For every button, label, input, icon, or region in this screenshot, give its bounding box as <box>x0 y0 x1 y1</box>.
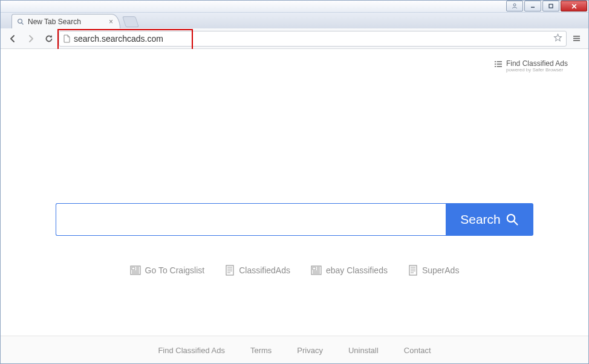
search-button[interactable]: Search <box>446 203 533 236</box>
new-tab-button[interactable] <box>122 16 139 27</box>
svg-rect-39 <box>409 265 417 275</box>
browser-toolbar: search.searchcads.com <box>1 28 588 49</box>
search-area: Search <box>1 203 588 236</box>
bookmark-star-icon[interactable] <box>553 33 562 44</box>
forward-button[interactable] <box>22 30 39 47</box>
svg-rect-26 <box>226 265 233 275</box>
search-input[interactable] <box>56 203 446 236</box>
tab-active[interactable]: New Tab Search × <box>11 14 120 28</box>
svg-line-6 <box>22 22 24 24</box>
quicklink-label: ClassifiedAds <box>239 265 290 275</box>
svg-rect-19 <box>132 267 135 270</box>
close-button[interactable] <box>561 1 587 11</box>
svg-rect-32 <box>313 267 316 270</box>
quicklink-craigslist[interactable]: Go To Craigslist <box>130 265 205 276</box>
footer-link-privacy[interactable]: Privacy <box>297 346 323 355</box>
svg-point-10 <box>495 61 496 62</box>
svg-rect-2 <box>549 4 553 8</box>
back-button[interactable] <box>4 30 21 47</box>
url-text: search.searchcads.com <box>74 34 163 44</box>
tab-strip: New Tab Search × <box>1 13 588 28</box>
document-icon <box>408 265 418 276</box>
page-icon <box>63 34 70 43</box>
svg-point-12 <box>495 63 496 65</box>
quicklink-classifiedads[interactable]: ClassifiedAds <box>225 265 290 276</box>
newspaper-icon <box>130 265 141 275</box>
footer: Find Classified Ads Terms Privacy Uninst… <box>1 336 588 364</box>
reload-button[interactable] <box>41 30 57 47</box>
search-icon <box>17 18 24 25</box>
hamburger-menu-icon[interactable] <box>568 30 585 47</box>
tab-title: New Tab Search <box>28 18 81 26</box>
footer-link-contact[interactable]: Contact <box>404 346 431 355</box>
svg-point-0 <box>513 4 516 6</box>
minimize-button[interactable] <box>524 1 541 11</box>
svg-point-5 <box>18 19 22 23</box>
address-bar[interactable]: search.searchcads.com <box>59 31 567 47</box>
user-button[interactable] <box>506 1 523 11</box>
quicklink-superads[interactable]: SuperAds <box>408 265 459 276</box>
footer-link-uninstall[interactable]: Uninstall <box>348 346 379 355</box>
footer-link-brand[interactable]: Find Classified Ads <box>158 346 225 355</box>
maximize-button[interactable] <box>542 1 559 11</box>
quicklink-ebay-classifieds[interactable]: ebay Classifieds <box>311 265 388 276</box>
brand-badge[interactable]: Find Classified Ads powered by Safer Bro… <box>494 60 568 73</box>
search-icon <box>506 213 519 226</box>
list-icon <box>494 60 503 70</box>
quicklink-label: SuperAds <box>422 265 459 275</box>
svg-line-17 <box>514 221 518 225</box>
document-icon <box>225 265 235 276</box>
quicklink-label: Go To Craigslist <box>145 265 205 275</box>
search-button-label: Search <box>460 212 501 227</box>
quick-links-row: Go To Craigslist ClassifiedAds ebay Clas… <box>1 265 588 276</box>
svg-point-14 <box>495 66 496 67</box>
quicklink-label: ebay Classifieds <box>326 265 388 275</box>
page-content: Find Classified Ads powered by Safer Bro… <box>1 49 588 364</box>
tab-close-icon[interactable]: × <box>107 18 115 26</box>
footer-link-terms[interactable]: Terms <box>250 346 272 355</box>
window-titlebar <box>1 1 588 13</box>
brand-subtitle: powered by Safer Browser <box>506 68 568 73</box>
newspaper-icon <box>311 265 322 275</box>
